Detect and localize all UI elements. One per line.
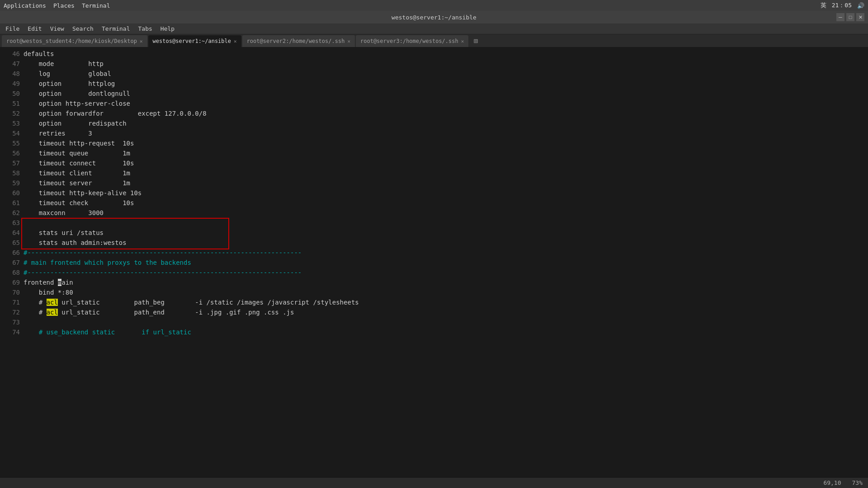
tab-3-label: root@server2:/home/westos/.ssh [247, 38, 345, 44]
sys-places[interactable]: Places [53, 2, 75, 9]
code-line-48: 48 log global [0, 69, 868, 79]
code-line-65: 65 stats auth admin:westos [0, 238, 868, 248]
menu-search[interactable]: Search [69, 24, 97, 33]
tab-1-label: root@westos_student4:/home/kiosk/Desktop [6, 38, 137, 44]
code-line-71: 71 # acl url_static path_beg -i /static … [0, 297, 868, 307]
window-title: westos@server1:~/ansible [392, 14, 476, 21]
code-line-63: 63 [0, 218, 868, 228]
code-line-54: 54 retries 3 [0, 128, 868, 138]
vim-status-bar: 69,10 73% [0, 477, 868, 488]
vim-cursor: m [58, 279, 61, 286]
menu-edit[interactable]: Edit [24, 24, 45, 33]
minimize-button[interactable]: ─ [836, 13, 844, 21]
tab-3-close[interactable]: ✕ [347, 38, 350, 44]
menu-view[interactable]: View [47, 24, 68, 33]
code-line-67: 67 # main frontend which proxys to the b… [0, 258, 868, 267]
code-line-56: 56 timeout queue 1m [0, 148, 868, 158]
code-line-59: 59 timeout server 1m [0, 178, 868, 188]
code-line-47: 47 mode http [0, 59, 868, 69]
code-line-57: 57 timeout connect 10s [0, 158, 868, 168]
code-line-49: 49 option httplog [0, 79, 868, 89]
tab-1-close[interactable]: ✕ [140, 38, 143, 44]
code-line-55: 55 timeout http-request 10s [0, 138, 868, 148]
title-bar-controls: ─ □ ✕ [836, 13, 864, 21]
tab-2-close[interactable]: ✕ [234, 38, 237, 44]
keyboard-lang: 英 [821, 1, 826, 9]
menu-help[interactable]: Help [157, 24, 178, 33]
code-line-70: 70 bind *:80 [0, 287, 868, 297]
code-line-60: 60 timeout http-keep-alive 10s [0, 188, 868, 198]
code-line-58: 58 timeout client 1m [0, 168, 868, 178]
sys-applications[interactable]: Applications [4, 2, 46, 9]
close-button[interactable]: ✕ [856, 13, 864, 21]
code-line-62: 62 maxconn 3000 [0, 208, 868, 218]
code-line-51: 51 option http-server-close [0, 99, 868, 108]
code-line-74: 74 # use_backend static if url_static [0, 327, 868, 337]
terminal-content[interactable]: 46 defaults 47 mode http 48 log global 4… [0, 47, 868, 477]
code-line-69: 69 frontend main [0, 277, 868, 287]
tab-2-label: westos@server1:~/ansible [153, 38, 231, 44]
terminal-window: westos@server1:~/ansible ─ □ ✕ File Edit… [0, 11, 868, 488]
tab-2[interactable]: westos@server1:~/ansible ✕ [148, 35, 241, 47]
system-bar-right: 英 21：05 🔊 [821, 1, 864, 9]
code-line-73: 73 [0, 317, 868, 327]
tab-add-button[interactable]: ⊞ [471, 36, 480, 45]
code-line-66: 66 #------------------------------------… [0, 248, 868, 258]
tabs-bar: root@westos_student4:/home/kiosk/Desktop… [0, 34, 868, 47]
maximize-button[interactable]: □ [846, 13, 854, 21]
acl-highlight-72: acl [47, 309, 58, 316]
scroll-percent: 73% [852, 479, 863, 486]
title-bar: westos@server1:~/ansible ─ □ ✕ [0, 11, 868, 23]
tab-3[interactable]: root@server2:/home/westos/.ssh ✕ [242, 35, 355, 47]
sys-terminal[interactable]: Terminal [82, 2, 110, 9]
code-line-46: 46 defaults [0, 49, 868, 59]
code-line-72: 72 # acl url_static path_end -i .jpg .gi… [0, 307, 868, 317]
code-line-53: 53 option redispatch [0, 118, 868, 128]
menu-terminal[interactable]: Terminal [98, 24, 134, 33]
code-line-50: 50 option dontlognull [0, 89, 868, 99]
tab-4-label: root@server3:/home/westos/.ssh [360, 38, 458, 44]
system-bar: Applications Places Terminal 英 21：05 🔊 [0, 0, 868, 11]
code-line-52: 52 option forwardfor except 127.0.0.0/8 [0, 108, 868, 118]
code-line-68: 68 #------------------------------------… [0, 267, 868, 277]
acl-highlight-71: acl [47, 299, 58, 306]
menu-file[interactable]: File [2, 24, 23, 33]
cursor-position: 69,10 [823, 479, 841, 486]
code-area[interactable]: 46 defaults 47 mode http 48 log global 4… [0, 49, 868, 337]
tab-4[interactable]: root@server3:/home/westos/.ssh ✕ [356, 35, 468, 47]
menu-bar: File Edit View Search Terminal Tabs Help [0, 23, 868, 34]
volume-icon[interactable]: 🔊 [857, 2, 864, 9]
code-line-61: 61 timeout check 10s [0, 198, 868, 208]
system-time: 21：05 [832, 1, 852, 9]
menu-tabs[interactable]: Tabs [135, 24, 156, 33]
tab-4-close[interactable]: ✕ [461, 38, 464, 44]
system-bar-left: Applications Places Terminal [4, 2, 110, 9]
code-line-64: 64 stats uri /status [0, 228, 868, 238]
tab-1[interactable]: root@westos_student4:/home/kiosk/Desktop… [2, 35, 147, 47]
